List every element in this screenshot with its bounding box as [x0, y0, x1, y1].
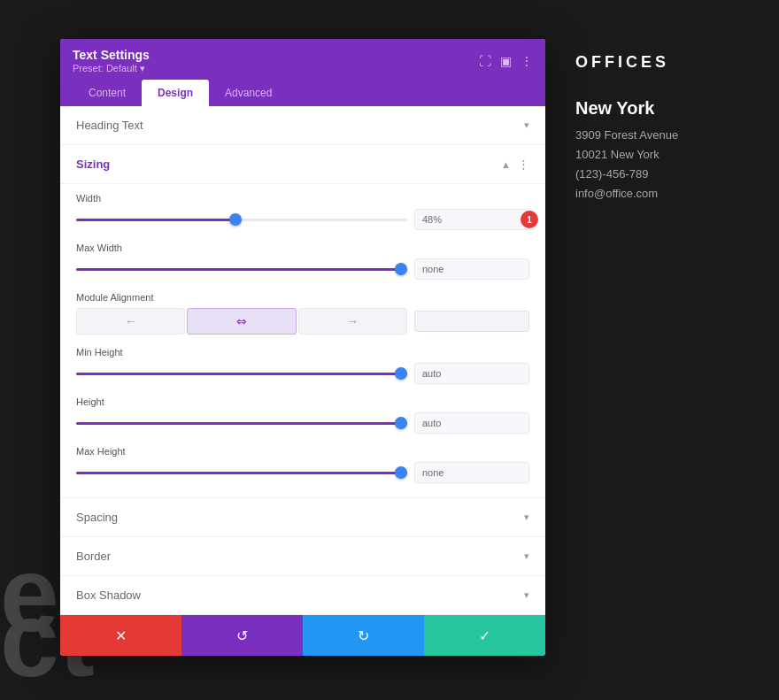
- width-label: Width: [76, 193, 529, 204]
- reset-icon: ↺: [236, 627, 248, 644]
- panel-header-icons: ⛶ ▣ ⋮: [479, 54, 533, 68]
- max-width-fill: [76, 268, 407, 271]
- panel-subtitle: Preset: Default ▾: [73, 63, 150, 74]
- min-height-fill: [76, 373, 407, 375]
- min-height-label: Min Height: [76, 347, 529, 358]
- align-center-btn[interactable]: ⇔: [187, 308, 296, 335]
- width-input[interactable]: [414, 209, 529, 230]
- spacing-chevron: ▾: [524, 512, 529, 523]
- max-width-track: [76, 268, 407, 271]
- panel-footer: ✕ ↺ ↻ ✓: [60, 615, 545, 656]
- width-thumb[interactable]: [229, 213, 242, 226]
- section-border[interactable]: Border ▾: [60, 537, 545, 576]
- min-height-input[interactable]: [414, 363, 529, 384]
- alignment-input[interactable]: [414, 311, 529, 332]
- panel-header: Text Settings Preset: Default ▾ ⛶ ▣ ⋮ Co…: [60, 39, 545, 106]
- height-input[interactable]: [414, 412, 529, 434]
- offices-title: OFFICES: [575, 53, 669, 72]
- border-chevron: ▾: [524, 550, 529, 562]
- section-spacing[interactable]: Spacing ▾: [60, 498, 545, 537]
- tab-design[interactable]: Design: [142, 80, 209, 106]
- panel-title-group: Text Settings Preset: Default ▾: [73, 48, 150, 74]
- field-max-width: Max Width: [76, 242, 529, 280]
- field-height: Height: [76, 396, 529, 434]
- max-width-label: Max Width: [76, 242, 529, 253]
- align-left-btn[interactable]: ←: [76, 308, 185, 335]
- sizing-chevron: ▲: [501, 159, 511, 170]
- tab-advanced[interactable]: Advanced: [209, 80, 288, 106]
- heading-text-label: Heading Text: [76, 119, 143, 132]
- max-width-input[interactable]: [414, 258, 529, 280]
- field-width: Width 1: [76, 193, 529, 230]
- redo-icon: ↻: [358, 627, 369, 644]
- panel-title: Text Settings: [73, 48, 150, 62]
- sizing-more-icon[interactable]: ⋮: [518, 158, 529, 171]
- section-sizing-header[interactable]: Sizing ▲ ⋮: [60, 145, 545, 184]
- max-height-track: [76, 472, 407, 474]
- cancel-icon: ✕: [115, 627, 127, 644]
- max-height-slider[interactable]: [76, 464, 407, 481]
- width-badge: 1: [521, 211, 538, 228]
- field-module-alignment: Module Alignment ← ⇔ →: [76, 292, 529, 335]
- heading-text-chevron: ▾: [524, 119, 529, 131]
- panel-body: Heading Text ▾ Sizing ▲ ⋮ Width: [60, 106, 545, 615]
- sizing-content: Width 1 Max Width: [60, 184, 545, 498]
- offices-panel: OFFICES New York 3909 Forest Avenue 1002…: [549, 0, 779, 700]
- width-input-wrapper: 1: [414, 209, 529, 230]
- settings-panel: Text Settings Preset: Default ▾ ⛶ ▣ ⋮ Co…: [60, 39, 545, 656]
- cancel-button[interactable]: ✕: [60, 615, 181, 656]
- more-icon[interactable]: ⋮: [521, 54, 533, 68]
- max-height-input[interactable]: [414, 462, 529, 483]
- office-name: New York: [575, 98, 654, 119]
- max-height-controls: [76, 462, 529, 483]
- height-label: Height: [76, 396, 529, 407]
- expand-icon[interactable]: ⛶: [479, 54, 491, 68]
- module-alignment-label: Module Alignment: [76, 292, 529, 303]
- width-slider[interactable]: [76, 211, 407, 228]
- align-right-btn[interactable]: →: [298, 308, 407, 335]
- min-height-slider[interactable]: [76, 365, 407, 382]
- min-height-thumb[interactable]: [395, 367, 407, 380]
- sizing-label: Sizing: [76, 158, 110, 171]
- office-details: 3909 Forest Avenue 10021 New York (123)-…: [575, 126, 678, 204]
- height-thumb[interactable]: [395, 417, 407, 429]
- section-heading-text[interactable]: Heading Text ▾: [60, 106, 545, 145]
- module-alignment-controls: ← ⇔ →: [76, 308, 529, 335]
- border-label: Border: [76, 550, 111, 563]
- min-height-controls: [76, 363, 529, 384]
- section-box-shadow[interactable]: Box Shadow ▾: [60, 576, 545, 615]
- width-track: [76, 219, 407, 221]
- box-shadow-chevron: ▾: [524, 589, 529, 601]
- min-height-track: [76, 373, 407, 375]
- max-height-fill: [76, 472, 407, 474]
- max-width-controls: [76, 258, 529, 280]
- height-track: [76, 422, 407, 425]
- width-fill: [76, 219, 235, 221]
- save-button[interactable]: ✓: [424, 615, 545, 656]
- field-min-height: Min Height: [76, 347, 529, 384]
- panel-tabs: Content Design Advanced: [73, 80, 533, 106]
- max-width-slider[interactable]: [76, 260, 407, 278]
- height-controls: [76, 412, 529, 434]
- tab-content[interactable]: Content: [73, 80, 142, 106]
- spacing-label: Spacing: [76, 511, 118, 524]
- reset-button[interactable]: ↺: [181, 615, 303, 656]
- field-max-height: Max Height: [76, 446, 529, 483]
- max-height-thumb[interactable]: [395, 466, 407, 479]
- box-shadow-label: Box Shadow: [76, 588, 141, 602]
- save-icon: ✓: [479, 627, 490, 644]
- max-height-label: Max Height: [76, 446, 529, 457]
- alignment-group: ← ⇔ →: [76, 308, 407, 335]
- height-fill: [76, 422, 407, 425]
- split-icon[interactable]: ▣: [500, 54, 512, 68]
- width-controls: 1: [76, 209, 529, 230]
- sizing-section-icons: ▲ ⋮: [501, 158, 529, 171]
- height-slider[interactable]: [76, 414, 407, 432]
- panel-header-top: Text Settings Preset: Default ▾ ⛶ ▣ ⋮: [73, 48, 533, 74]
- max-width-thumb[interactable]: [395, 263, 407, 275]
- redo-button[interactable]: ↻: [303, 615, 424, 656]
